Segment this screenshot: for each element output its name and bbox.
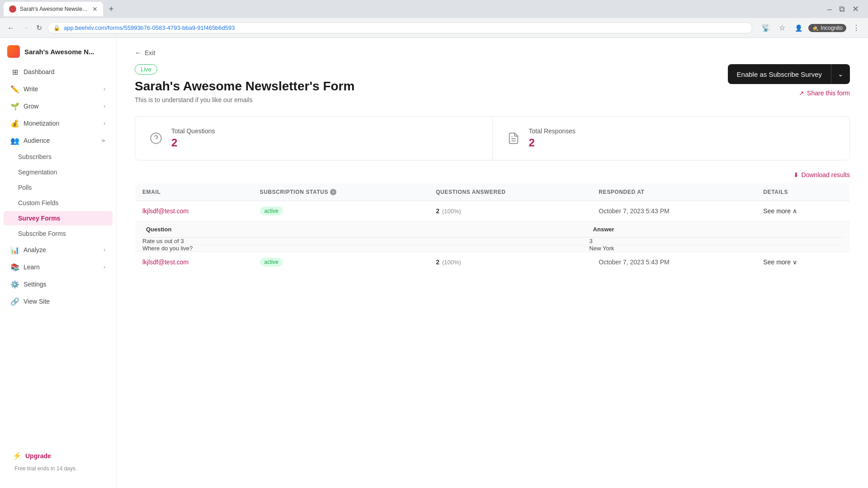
see-more-label: See more: [763, 207, 791, 215]
enable-survey-button[interactable]: Enable as Subscribe Survey ⌄: [728, 64, 850, 84]
cell-details: See more ∨: [756, 252, 849, 272]
total-responses-info: Total Responses 2: [529, 127, 576, 149]
table-header: EMAIL SUBSCRIPTION STATUS i QUESTIONS AN…: [135, 183, 850, 201]
back-btn[interactable]: ←: [5, 22, 16, 34]
sidebar-item-label: Audience: [24, 137, 50, 144]
sidebar-item-custom-fields[interactable]: Custom Fields: [4, 196, 113, 210]
sidebar-item-view-site[interactable]: 🔗 View Site: [4, 293, 113, 310]
qa-percent: (100%): [442, 259, 461, 266]
see-more-label: See more: [763, 258, 791, 266]
chevron-up-icon: ∧: [100, 139, 107, 143]
dropdown-arrow-icon[interactable]: ⌄: [831, 65, 850, 84]
sidebar-item-subscribe-forms[interactable]: Subscribe Forms: [4, 226, 113, 241]
tab-close-btn[interactable]: ✕: [92, 5, 98, 13]
share-form-label: Share this form: [807, 89, 850, 97]
window-close-btn[interactable]: ✕: [852, 4, 859, 14]
status-badge: Live: [135, 64, 157, 75]
cell-responded-at: October 7, 2023 5:43 PM: [591, 252, 756, 272]
detail-col-question: Question: [142, 221, 590, 238]
url-bar[interactable]: 🔒 app.beehiiv.com/forms/55993b76-0583-47…: [47, 22, 752, 33]
see-more-button[interactable]: See more ∧: [763, 207, 797, 215]
sidebar-item-write[interactable]: ✏️ Write ›: [4, 81, 113, 97]
sidebar-footer: ⚡ Upgrade Free trial ends in 14 days.: [0, 442, 116, 479]
sidebar-item-monetization[interactable]: 💰 Monetization ›: [4, 115, 113, 131]
col-questions-answered: QUESTIONS ANSWERED: [429, 183, 591, 201]
reload-btn[interactable]: ↻: [34, 22, 44, 34]
upgrade-button[interactable]: ⚡ Upgrade: [7, 448, 109, 464]
main-content: ← Exit Live Sarah's Awesome Newsletter's…: [117, 38, 868, 488]
brand-logo: [7, 45, 20, 58]
sidebar-item-label: Grow: [24, 103, 38, 110]
sidebar-item-label: Settings: [24, 281, 47, 288]
chevron-down-icon: ›: [104, 247, 105, 253]
incognito-label: Incognito: [821, 25, 843, 31]
sidebar-item-grow[interactable]: 🌱 Grow ›: [4, 98, 113, 114]
share-form-link[interactable]: ↗ Share this form: [799, 89, 850, 97]
sidebar-item-settings[interactable]: ⚙️ Settings: [4, 276, 113, 292]
table-row: lkjlsdf@test.com active 2 (100%) October…: [135, 252, 850, 272]
sidebar-item-polls[interactable]: Polls: [4, 180, 113, 195]
sidebar-item-survey-forms[interactable]: Survey Forms: [4, 211, 113, 225]
sidebar-item-label: Survey Forms: [18, 215, 60, 222]
view-site-icon: 🔗: [11, 297, 19, 305]
sidebar-item-analyze[interactable]: 📊 Analyze ›: [4, 242, 113, 258]
sidebar-item-learn[interactable]: 📚 Learn ›: [4, 259, 113, 275]
total-questions-value: 2: [171, 136, 215, 149]
incognito-badge[interactable]: 🕵️ Incognito: [808, 24, 846, 32]
url-text: app.beehiiv.com/forms/55993b76-0583-4793…: [64, 24, 746, 31]
total-questions-card: Total Questions 2: [135, 117, 493, 160]
sidebar-item-label: Custom Fields: [18, 199, 58, 206]
total-questions-info: Total Questions 2: [171, 127, 215, 149]
write-icon: ✏️: [11, 85, 19, 93]
share-icon: ↗: [799, 89, 804, 97]
status-badge-active: active: [260, 206, 283, 216]
bookmark-icon[interactable]: ☆: [776, 22, 788, 34]
sidebar-item-label: Subscribers: [18, 153, 52, 160]
detail-inner: Question Answer Rate us out of 3 3: [135, 221, 849, 252]
total-questions-label: Total Questions: [171, 127, 215, 135]
email-link[interactable]: lkjlsdf@test.com: [142, 258, 189, 266]
dashboard-icon: ⊞: [11, 68, 19, 76]
menu-btn[interactable]: ⋮: [850, 22, 863, 34]
enable-survey-label: Enable as Subscribe Survey: [728, 65, 831, 84]
chevron-down-icon: ›: [104, 103, 105, 109]
results-table: EMAIL SUBSCRIPTION STATUS i QUESTIONS AN…: [135, 183, 850, 272]
exit-button[interactable]: ← Exit: [135, 49, 155, 57]
col-email: EMAIL: [135, 183, 253, 201]
sidebar-item-label: Monetization: [24, 120, 59, 127]
detail-row: Question Answer Rate us out of 3 3: [135, 221, 850, 252]
cell-status: active: [253, 252, 429, 272]
cast-icon[interactable]: 📡: [760, 22, 772, 34]
download-results-button[interactable]: ⬇ Download results: [793, 171, 850, 178]
svg-point-0: [151, 133, 161, 143]
sidebar-item-audience[interactable]: 👥 Audience ∧: [4, 132, 113, 149]
col-subscription-status: SUBSCRIPTION STATUS i: [253, 183, 429, 201]
sidebar-item-segmentation[interactable]: Segmentation: [4, 165, 113, 179]
see-more-button[interactable]: See more ∨: [763, 258, 797, 266]
brand-name: Sarah's Awesome N...: [24, 48, 94, 56]
responses-icon: [505, 130, 522, 146]
tab-title: Sarah's Awesome Newsletter's F...: [20, 6, 89, 12]
detail-answer: New York: [590, 245, 842, 252]
sidebar-brand[interactable]: Sarah's Awesome N...: [0, 38, 116, 61]
forward-btn[interactable]: →: [20, 22, 31, 34]
audience-icon: 👥: [11, 136, 19, 145]
cell-responded-at: October 7, 2023 5:43 PM: [591, 201, 756, 221]
tab-favicon: [9, 5, 16, 13]
sidebar-item-label: Dashboard: [24, 68, 55, 75]
sidebar-item-dashboard[interactable]: ⊞ Dashboard: [4, 64, 113, 80]
profile-icon[interactable]: 👤: [792, 22, 805, 34]
sidebar-item-label: Analyze: [24, 246, 46, 253]
page-title: Sarah's Awesome Newsletter's Form: [135, 79, 728, 94]
col-details: DETAILS: [756, 183, 849, 201]
detail-col-answer: Answer: [590, 221, 842, 238]
monetization-icon: 💰: [11, 119, 19, 127]
window-maximize-btn[interactable]: ⧉: [839, 5, 845, 14]
window-minimize-btn[interactable]: –: [827, 5, 832, 14]
responded-at-value: October 7, 2023 5:43 PM: [599, 258, 669, 266]
sidebar-item-subscribers[interactable]: Subscribers: [4, 150, 113, 164]
exit-label: Exit: [145, 49, 155, 56]
email-link[interactable]: lkjlsdf@test.com: [142, 207, 189, 215]
new-tab-btn[interactable]: +: [105, 3, 118, 15]
active-tab[interactable]: Sarah's Awesome Newsletter's F... ✕: [4, 2, 103, 16]
